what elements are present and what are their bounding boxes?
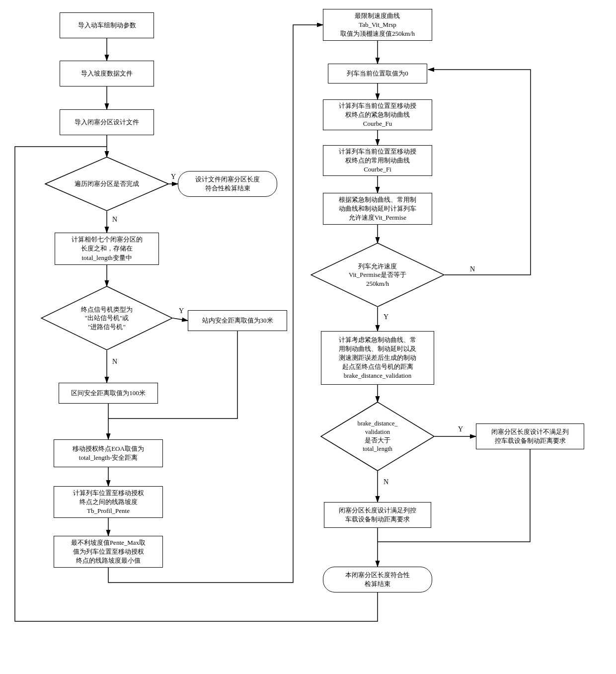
label: 设计文件闭塞分区长度符合性检算结束 xyxy=(195,175,260,193)
process-courbe-fu: 计算列车当前位置至移动授权终点的紧急制动曲线Courbe_Fu xyxy=(323,99,432,130)
label: 闭塞分区长度设计不满足列控车载设备制动距离要求 xyxy=(491,427,569,445)
edge-label-d1-n: N xyxy=(111,216,118,224)
svg-line-10 xyxy=(173,318,188,321)
decision-vit-permise-250: 列车允许速度Vit_Permise是否等于250km/h xyxy=(310,243,445,307)
edge-label-d1-y: Y xyxy=(170,173,177,181)
process-train-pos-zero: 列车当前位置取值为0 xyxy=(328,64,427,84)
process-section-safety-100m: 区间安全距离取值为100米 xyxy=(59,383,158,404)
process-station-safety-30m: 站内安全距离取值为30米 xyxy=(188,310,287,331)
label: brake_distance_validation是否大于total_lengt… xyxy=(355,420,399,453)
label: 闭塞分区长度设计满足列控车载设备制动距离要求 xyxy=(339,506,416,524)
decision-brake-distance-gt-total: brake_distance_validation是否大于total_lengt… xyxy=(320,402,435,471)
label: 站内安全距离取值为30米 xyxy=(202,316,273,325)
process-block-length-fail: 闭塞分区长度设计不满足列控车载设备制动距离要求 xyxy=(476,423,584,449)
edge-label-d4-y: Y xyxy=(457,425,464,433)
label: 列车当前位置取值为0 xyxy=(347,69,408,78)
label: 最限制速度曲线Tab_Vit_Mrsp取值为顶棚速度值250km/h xyxy=(340,11,415,39)
label: 根据紧急制动曲线、常用制动曲线和制动延时计算列车允许速度Vit_Permise xyxy=(339,195,416,223)
process-import-brake-params: 导入动车组制动参数 xyxy=(60,12,154,38)
label: 导入坡度数据文件 xyxy=(81,69,133,78)
process-vit-permise: 根据紧急制动曲线、常用制动曲线和制动延时计算列车允许速度Vit_Permise xyxy=(323,193,432,225)
process-brake-distance-validation: 计算考虑紧急制动曲线、常用制动曲线、制动延时以及测速测距误差后生成的制动起点至终… xyxy=(321,331,434,385)
label: 遍历闭塞分区是否完成 xyxy=(73,179,141,188)
edge-label-d3-n: N xyxy=(469,265,476,273)
label: 移动授权终点EOA取值为total_length-安全距离 xyxy=(73,444,144,462)
label: 计算列车位置至移动授权终点之间的线路坡度Tb_Profil_Pente xyxy=(73,489,144,516)
label: 最不利坡度值Pente_Max取值为列车位置至移动授权终点的线路坡度最小值 xyxy=(71,538,146,566)
decision-traverse-blocks: 遍历闭塞分区是否完成 xyxy=(45,157,169,211)
process-courbe-fi: 计算列车当前位置至移动授权终点的常用制动曲线Courbe_Fi xyxy=(323,145,432,176)
terminal-design-check-end: 设计文件闭塞分区长度符合性检算结束 xyxy=(178,171,277,197)
process-mrsp-250: 最限制速度曲线Tab_Vit_Mrsp取值为顶棚速度值250km/h xyxy=(323,9,432,41)
process-import-block-file: 导入闭塞分区设计文件 xyxy=(60,109,154,135)
label: 区间安全距离取值为100米 xyxy=(71,389,146,398)
edge-label-d4-n: N xyxy=(383,478,389,486)
label: 导入闭塞分区设计文件 xyxy=(75,118,139,127)
label: 本闭塞分区长度符合性检算结束 xyxy=(345,571,410,589)
process-pente-max: 最不利坡度值Pente_Max取值为列车位置至移动授权终点的线路坡度最小值 xyxy=(54,536,163,568)
edge-label-d2-n: N xyxy=(111,358,118,366)
label: 计算考虑紧急制动曲线、常用制动曲线、制动延时以及测速测距误差后生成的制动起点至终… xyxy=(339,336,416,381)
decision-signal-type: 终点信号机类型为"出站信号机"或"进路信号机" xyxy=(41,286,173,350)
label: 列车允许速度Vit_Permise是否等于250km/h xyxy=(347,262,408,288)
edge-label-d3-y: Y xyxy=(383,313,389,321)
terminal-block-check-end: 本闭塞分区长度符合性检算结束 xyxy=(323,567,432,592)
process-eoa-value: 移动授权终点EOA取值为total_length-安全距离 xyxy=(54,439,163,467)
label: 终点信号机类型为"出站信号机"或"进路信号机" xyxy=(79,305,135,332)
label: 计算列车当前位置至移动授权终点的常用制动曲线Courbe_Fi xyxy=(339,147,416,174)
process-import-gradient-file: 导入坡度数据文件 xyxy=(60,61,154,86)
process-sum-seven-blocks: 计算相邻七个闭塞分区的长度之和，存储在total_length变量中 xyxy=(55,233,159,265)
label: 导入动车组制动参数 xyxy=(78,21,136,30)
edge-label-d2-y: Y xyxy=(178,307,185,315)
process-block-length-ok: 闭塞分区长度设计满足列控车载设备制动距离要求 xyxy=(324,502,431,528)
process-gradient-profile: 计算列车位置至移动授权终点之间的线路坡度Tb_Profil_Pente xyxy=(54,486,163,518)
label: 计算相邻七个闭塞分区的长度之和，存储在total_length变量中 xyxy=(72,235,143,262)
label: 计算列车当前位置至移动授权终点的紧急制动曲线Courbe_Fu xyxy=(339,101,416,129)
